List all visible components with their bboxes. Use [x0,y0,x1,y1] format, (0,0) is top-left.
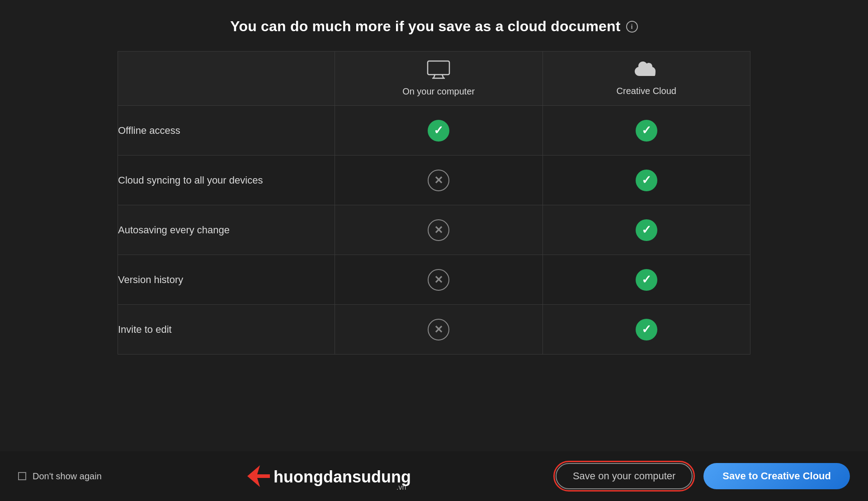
check-x-icon: ✕ [428,219,449,241]
computer-col-label: On your computer [402,86,475,97]
dont-show-label: Don't show again [33,471,102,482]
footer-buttons: Save on your computer Save to Creative C… [556,463,850,489]
logo-area: huongdansudung .vn [102,463,556,490]
table-row: Version history✕✓ [118,255,750,305]
computer-check-cell: ✕ [335,205,542,255]
cloud-check-cell: ✓ [542,255,750,305]
computer-check-cell: ✕ [335,255,542,305]
check-green-icon: ✓ [636,319,657,340]
feature-text: Version history [118,274,183,285]
cloud-check-cell: ✓ [542,106,750,156]
table-row: Cloud syncing to all your devices✕✓ [118,156,750,205]
computer-icon [427,60,450,82]
info-icon[interactable]: i [626,21,638,33]
computer-col-content: On your computer [335,60,542,97]
title-row: You can do much more if you save as a cl… [230,18,637,35]
page-title: You can do much more if you save as a cl… [230,18,620,35]
svg-text:huongdansudung: huongdansudung [274,468,410,486]
table-row: Invite to edit✕✓ [118,305,750,354]
check-green-icon: ✓ [636,120,657,142]
cloud-check-cell: ✓ [542,305,750,354]
computer-check-cell: ✓ [335,106,542,156]
cloud-col-content: Creative Cloud [543,61,750,96]
svg-marker-4 [247,465,270,487]
dont-show-section: Don't show again [18,471,102,482]
feature-text: Offline access [118,125,180,136]
cloud-col-label: Creative Cloud [617,86,676,96]
save-computer-button[interactable]: Save on your computer [556,463,693,489]
computer-header-cell: On your computer [335,52,542,106]
feature-cell: Autosaving every change [118,205,335,255]
cloud-header-cell: Creative Cloud [542,52,750,106]
feature-cell: Version history [118,255,335,305]
check-green-icon: ✓ [636,170,657,191]
check-x-icon: ✕ [428,170,449,191]
svg-rect-0 [428,61,449,75]
comparison-table: On your computer Creative Cloud [118,51,750,354]
check-x-icon: ✕ [428,319,449,340]
check-green-icon: ✓ [428,120,449,142]
table-row: Offline access✓✓ [118,106,750,156]
feature-header-cell [118,52,335,106]
feature-cell: Cloud syncing to all your devices [118,156,335,205]
main-container: You can do much more if you save as a cl… [104,0,764,354]
feature-cell: Offline access [118,106,335,156]
feature-cell: Invite to edit [118,305,335,354]
cloud-check-cell: ✓ [542,205,750,255]
cloud-check-cell: ✓ [542,156,750,205]
computer-check-cell: ✕ [335,156,542,205]
cloud-icon [633,61,660,81]
save-cloud-button[interactable]: Save to Creative Cloud [703,463,850,489]
logo-container: huongdansudung .vn [247,463,410,490]
table-row: Autosaving every change✕✓ [118,205,750,255]
check-x-icon: ✕ [428,269,449,291]
table-header-row: On your computer Creative Cloud [118,52,750,106]
table-body: Offline access✓✓Cloud syncing to all you… [118,106,750,354]
feature-text: Invite to edit [118,324,172,335]
svg-text:.vn: .vn [396,483,406,491]
check-green-icon: ✓ [636,219,657,241]
footer: Don't show again huongdansudung .vn Save… [0,451,868,501]
feature-text: Cloud syncing to all your devices [118,175,263,186]
computer-check-cell: ✕ [335,305,542,354]
check-green-icon: ✓ [636,269,657,291]
feature-text: Autosaving every change [118,224,230,236]
dont-show-checkbox[interactable] [18,472,26,480]
